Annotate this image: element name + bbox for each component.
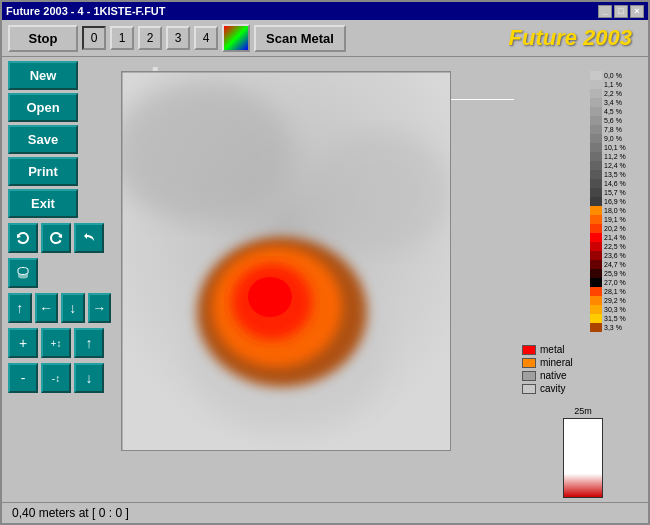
- scale-row: 0,0 %: [590, 71, 644, 80]
- app-title: Future 2003: [509, 25, 643, 51]
- scale-row: 29,2 %: [590, 296, 644, 305]
- scale-label: 0,0 %: [604, 72, 644, 79]
- scale-row: 13,5 %: [590, 170, 644, 179]
- scale-row: 15,7 %: [590, 188, 644, 197]
- scale-row: 22,5 %: [590, 242, 644, 251]
- scale-row: 19,1 %: [590, 215, 644, 224]
- zoom-controls: + +↕ ↑: [8, 328, 111, 358]
- scale-row: 10,1 %: [590, 143, 644, 152]
- new-button[interactable]: New: [8, 61, 78, 90]
- tilt-button[interactable]: [8, 258, 38, 288]
- scale-row: 11,2 %: [590, 152, 644, 161]
- scan-visualization: [122, 72, 451, 451]
- native-label: native: [540, 370, 567, 381]
- zoom-in-h-button[interactable]: +↕: [41, 328, 71, 358]
- legend: metal mineral native cavity: [522, 344, 644, 396]
- zoom-out-v-button[interactable]: ↓: [74, 363, 104, 393]
- move-right-button[interactable]: →: [88, 293, 112, 323]
- move-controls: ↑ ← ↓ →: [8, 293, 111, 323]
- metal-label: metal: [540, 344, 564, 355]
- svg-point-9: [248, 277, 292, 317]
- scan-metal-button[interactable]: Scan Metal: [254, 25, 346, 52]
- native-color: [522, 371, 536, 381]
- scale-row: 24,7 %: [590, 260, 644, 269]
- scale-row: 12,4 %: [590, 161, 644, 170]
- mineral-color: [522, 358, 536, 368]
- undo-button[interactable]: [74, 223, 104, 253]
- scale-row: 16,9 %: [590, 197, 644, 206]
- depth-bar: [563, 418, 603, 498]
- move-up-button[interactable]: ↑: [8, 293, 32, 323]
- statusbar: 0,40 meters at [ 0 : 0 ]: [2, 502, 648, 523]
- scale-row: 7,8 %: [590, 125, 644, 134]
- scale-row: 18,0 %: [590, 206, 644, 215]
- print-button[interactable]: Print: [8, 157, 78, 186]
- cavity-label: cavity: [540, 383, 566, 394]
- zoom-in-button[interactable]: +: [8, 328, 38, 358]
- tab-3-button[interactable]: 3: [166, 26, 190, 50]
- scale-row: 2,2 %: [590, 89, 644, 98]
- scale-row: 5,6 %: [590, 116, 644, 125]
- sidebar: New Open Save Print Exit: [2, 57, 117, 502]
- move-left-button[interactable]: ←: [35, 293, 59, 323]
- minimize-button[interactable]: _: [598, 5, 612, 18]
- zoom-out-button[interactable]: -: [8, 363, 38, 393]
- main-container: Stop 0 1 2 3 4 Scan Metal Future 2003 Ne…: [2, 20, 648, 523]
- scale-row: 23,6 %: [590, 251, 644, 260]
- color-scale: 0,0 % 1,1 % 2,2 % 3,4 % 4,5 %: [522, 71, 644, 332]
- right-panel: 0,0 % 1,1 % 2,2 % 3,4 % 4,5 %: [518, 57, 648, 502]
- close-button[interactable]: ×: [630, 5, 644, 18]
- scale-row: 21,4 %: [590, 233, 644, 242]
- scale-row: 20,2 %: [590, 224, 644, 233]
- legend-metal: metal: [522, 344, 644, 355]
- legend-native: native: [522, 370, 644, 381]
- title-text: Future 2003 - 4 - 1KISTE-F.FUT: [6, 5, 166, 17]
- scan-canvas[interactable]: [121, 71, 451, 451]
- body-area: New Open Save Print Exit: [2, 57, 648, 502]
- titlebar: Future 2003 - 4 - 1KISTE-F.FUT _ □ ×: [2, 2, 648, 20]
- scale-row: 1,1 %: [590, 80, 644, 89]
- counter-display: 0: [82, 26, 106, 50]
- scale-row: 3,3 %: [590, 323, 644, 332]
- rotate-controls: [8, 223, 111, 253]
- rotate-cw-button[interactable]: [41, 223, 71, 253]
- scale-row: 27,0 %: [590, 278, 644, 287]
- scale-row: 31,5 %: [590, 314, 644, 323]
- stop-button[interactable]: Stop: [8, 25, 78, 52]
- tab-2-button[interactable]: 2: [138, 26, 162, 50]
- scale-row: 25,9 %: [590, 269, 644, 278]
- scale-row: 30,3 %: [590, 305, 644, 314]
- mineral-label: mineral: [540, 357, 573, 368]
- svg-point-4: [312, 132, 451, 252]
- scale-row: 3,4 %: [590, 98, 644, 107]
- zoom-out-controls: - -↕ ↓: [8, 363, 111, 393]
- tab-4-button[interactable]: 4: [194, 26, 218, 50]
- legend-cavity: cavity: [522, 383, 644, 394]
- zoom-in-v-button[interactable]: ↑: [74, 328, 104, 358]
- open-button[interactable]: Open: [8, 93, 78, 122]
- color-picker-button[interactable]: [222, 24, 250, 52]
- scale-row: 4,5 %: [590, 107, 644, 116]
- depth-gauge: 25m 0m max. dept: [522, 406, 644, 502]
- metal-color: [522, 345, 536, 355]
- maximize-button[interactable]: □: [614, 5, 628, 18]
- titlebar-controls[interactable]: _ □ ×: [598, 5, 644, 18]
- scale-row: 9,0 %: [590, 134, 644, 143]
- scale-row: 28,1 %: [590, 287, 644, 296]
- status-text: 0,40 meters at [ 0 : 0 ]: [12, 506, 129, 520]
- tab-1-button[interactable]: 1: [110, 26, 134, 50]
- center-area: ⬇: [117, 57, 518, 502]
- move-down-button[interactable]: ↓: [61, 293, 85, 323]
- depth-top-label: 25m: [574, 406, 592, 416]
- toolbar: Stop 0 1 2 3 4 Scan Metal Future 2003: [2, 20, 648, 57]
- cavity-color: [522, 384, 536, 394]
- rotate-ccw-button[interactable]: [8, 223, 38, 253]
- zoom-out-h-button[interactable]: -↕: [41, 363, 71, 393]
- scan-area[interactable]: ⬇: [121, 61, 514, 498]
- exit-button[interactable]: Exit: [8, 189, 78, 218]
- save-button[interactable]: Save: [8, 125, 78, 154]
- scale-row: 14,6 %: [590, 179, 644, 188]
- legend-mineral: mineral: [522, 357, 644, 368]
- tilt-controls: [8, 258, 111, 288]
